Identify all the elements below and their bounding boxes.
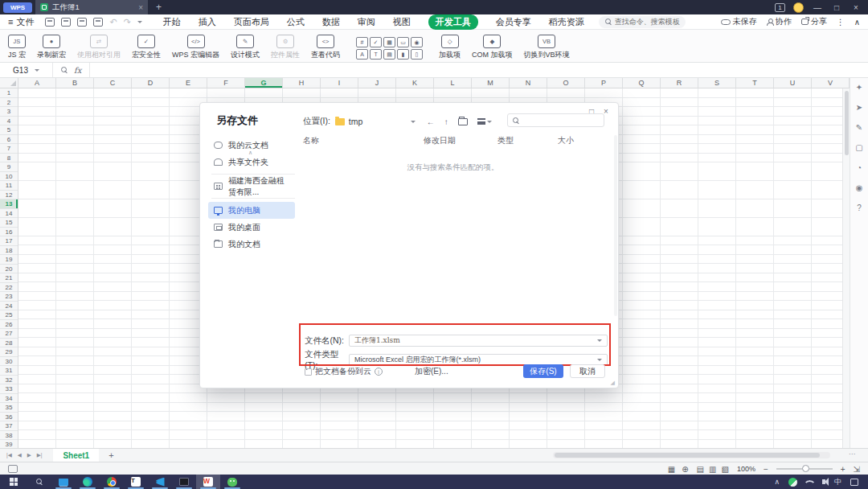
formula-search-icon[interactable] [61, 67, 68, 73]
zoom-in-button[interactable]: + [841, 465, 845, 474]
zoom-slider-knob[interactable] [802, 465, 809, 472]
tray-expand-icon[interactable]: ∧ [774, 478, 780, 486]
up-icon[interactable]: ↑ [444, 117, 448, 126]
sheet-nav-icon[interactable]: ◀ [18, 452, 22, 458]
sidebar-item-my-computer[interactable]: 我的电脑 [208, 202, 295, 219]
cancel-button[interactable]: 取消 [570, 364, 605, 378]
row-header[interactable]: 8 [0, 154, 18, 163]
row-header[interactable]: 2 [0, 98, 18, 108]
row-header[interactable]: 21 [0, 273, 18, 283]
save-status[interactable]: 未保存 [721, 16, 757, 27]
zoom-slider[interactable] [776, 468, 833, 470]
column-header[interactable]: G [245, 78, 283, 88]
column-header[interactable]: U [774, 78, 812, 88]
menu-tab[interactable]: 开始 [163, 16, 181, 28]
ribbon-button[interactable]: VB 切换到VB环境 [519, 32, 575, 60]
scrollbar-more-icon[interactable]: ⋯ [849, 450, 857, 458]
ribbon-button[interactable]: ◇ 加载项 [434, 32, 465, 60]
taskbar-app-terminal[interactable] [172, 475, 196, 489]
form-control-icon[interactable]: ▯ [411, 49, 423, 60]
tray-status-icon[interactable] [788, 478, 797, 487]
ribbon-button[interactable]: </> WPS 宏编辑器 [167, 32, 224, 60]
ribbon-button[interactable]: ⚙ 控件属性 [266, 32, 305, 60]
row-header[interactable]: 6 [0, 135, 18, 145]
ribbon-button[interactable]: <> 查看代码 [306, 32, 345, 60]
menu-tab[interactable]: 页面布局 [234, 16, 269, 28]
row-header[interactable]: 29 [0, 347, 18, 357]
sidebar-item-shared-folder[interactable]: 共享文件夹 [208, 154, 295, 171]
quick-send-icon[interactable]: ✦ [856, 83, 862, 92]
taskbar-search-button[interactable] [27, 479, 51, 485]
row-header[interactable]: 37 [0, 421, 18, 431]
formula-input[interactable] [90, 63, 868, 77]
ribbon-button[interactable]: ◆ COM 加载项 [467, 32, 518, 60]
volume-icon[interactable] [822, 479, 825, 484]
location-dropdown[interactable]: tmp [335, 117, 416, 126]
column-header[interactable]: E [170, 78, 207, 88]
taskbar-app-chrome[interactable] [100, 475, 124, 489]
help-icon[interactable]: ? [857, 203, 862, 212]
row-header[interactable]: 19 [0, 255, 18, 265]
print-icon[interactable] [77, 18, 87, 27]
menu-tab[interactable]: 视图 [393, 16, 411, 28]
zoom-out-button[interactable]: − [764, 465, 768, 474]
page-layout-view-icon[interactable]: ▥ [709, 465, 716, 474]
print-preview-icon[interactable] [93, 18, 103, 27]
export-icon[interactable] [61, 18, 71, 27]
column-header[interactable]: R [661, 78, 698, 88]
row-header[interactable]: 35 [0, 403, 18, 413]
sidebar-item-company[interactable]: 福建海西金融租赁有限... [208, 178, 295, 195]
save-icon[interactable] [45, 18, 55, 27]
backup-to-cloud-checkbox[interactable] [305, 368, 312, 376]
row-header[interactable]: 32 [0, 376, 18, 385]
horizontal-scrollbar[interactable] [553, 452, 830, 458]
row-header[interactable]: 28 [0, 339, 18, 348]
support-icon[interactable]: ◔ [857, 163, 862, 172]
column-header[interactable]: S [698, 78, 736, 88]
table-style-icon[interactable]: ▦ [668, 465, 675, 474]
ribbon-button[interactable]: ⇄ 使用相对引用 [72, 32, 125, 60]
row-header[interactable]: 14 [0, 209, 18, 219]
more-menu-icon[interactable]: ⋮ [837, 18, 845, 27]
row-header[interactable]: 33 [0, 384, 18, 394]
ribbon-button[interactable]: ✎ 设计模式 [226, 32, 264, 60]
menu-tab[interactable]: 数据 [322, 16, 340, 28]
form-control-icon[interactable]: T [370, 49, 382, 60]
restore-button[interactable]: □ [831, 3, 842, 12]
save-button[interactable]: 保存(S) [523, 364, 563, 378]
column-header[interactable]: Q [623, 78, 661, 88]
form-control-icon[interactable]: ▦ [383, 37, 395, 47]
encrypt-link[interactable]: 加密(E)... [415, 366, 448, 377]
row-header[interactable]: 27 [0, 329, 18, 339]
filetype-dropdown-icon[interactable] [597, 359, 602, 364]
new-folder-icon[interactable] [458, 118, 468, 125]
info-icon[interactable]: i [375, 368, 383, 376]
row-header[interactable]: 9 [0, 162, 18, 172]
user-avatar[interactable] [793, 2, 804, 13]
menu-tab[interactable]: 插入 [199, 16, 216, 28]
row-header[interactable]: 20 [0, 265, 18, 274]
menu-tab[interactable]: 审阅 [358, 16, 375, 28]
stamp-icon[interactable]: ◉ [856, 183, 863, 192]
column-header[interactable]: L [434, 78, 472, 88]
pin-icon[interactable]: ✎ [856, 123, 862, 132]
command-search-box[interactable] [599, 16, 686, 28]
column-header[interactable]: T [736, 78, 774, 88]
row-header[interactable]: 7 [0, 144, 18, 154]
select-tool-icon[interactable]: ➤ [856, 103, 862, 112]
file-list-column-header[interactable]: 大小 [553, 135, 601, 146]
sheet-nav-icon[interactable]: ▶ [27, 452, 31, 458]
file-list-column-header[interactable]: 名称 [298, 135, 419, 146]
filetype-field[interactable]: Microsoft Excel 启用宏的工作簿(*.xlsm) [349, 354, 608, 366]
taskbar-app-pc[interactable] [51, 475, 76, 489]
fx-icon[interactable]: fx [74, 66, 81, 75]
ribbon-button[interactable]: ✓ 宏安全性 [127, 32, 166, 60]
column-header[interactable]: A [18, 78, 56, 88]
row-header[interactable]: 12 [0, 191, 18, 200]
dialog-search-input[interactable] [523, 117, 596, 125]
vertical-scrollbar-thumb[interactable] [845, 91, 849, 155]
page-break-view-icon[interactable]: ▧ [721, 465, 728, 474]
new-tab-button[interactable]: + [156, 2, 162, 13]
name-box-dropdown-icon[interactable] [35, 69, 39, 74]
column-header[interactable]: N [510, 78, 547, 88]
